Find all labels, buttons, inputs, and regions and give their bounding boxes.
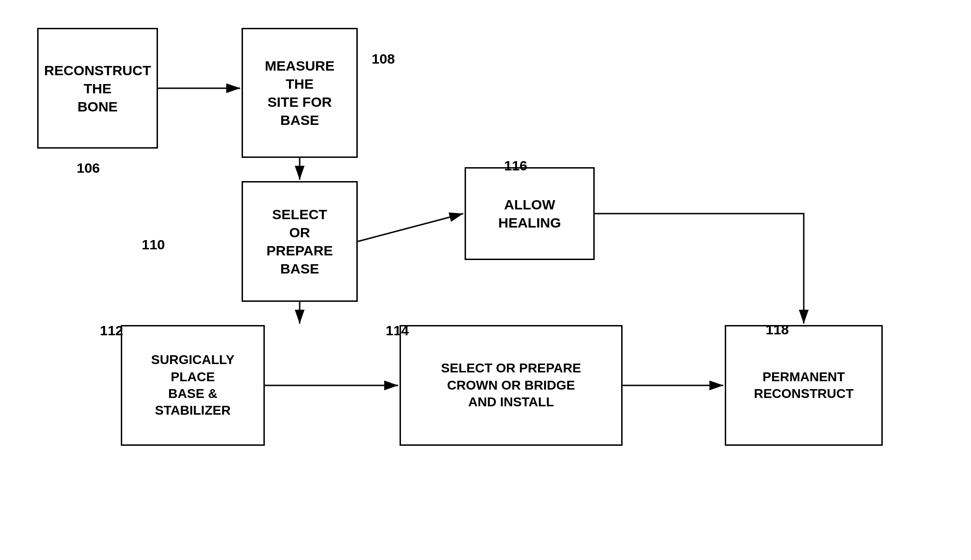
box-measure-label: MEASURE THE SITE FOR BASE	[265, 57, 335, 129]
box-permanent: PERMANENT RECONSTRUCT	[725, 325, 883, 446]
box-crown: SELECT OR PREPARE CROWN OR BRIDGE AND IN…	[400, 325, 623, 446]
box-select-prepare: SELECT OR PREPARE BASE	[242, 181, 358, 302]
box-select-prepare-label: SELECT OR PREPARE BASE	[267, 205, 333, 278]
label-110: 110	[142, 237, 165, 253]
label-116: 116	[504, 158, 527, 174]
box-measure: MEASURE THE SITE FOR BASE	[242, 28, 358, 158]
box-reconstruct: RECONSTRUCT THE BONE	[37, 28, 158, 149]
box-surgically-label: SURGICALLY PLACE BASE & STABILIZER	[151, 352, 234, 419]
label-112: 112	[100, 323, 123, 339]
label-118: 118	[766, 322, 789, 338]
label-106: 106	[77, 160, 100, 176]
box-allow-healing-label: ALLOW HEALING	[499, 195, 561, 232]
flowchart-diagram: RECONSTRUCT THE BONE 106 MEASURE THE SIT…	[0, 0, 971, 560]
label-114: 114	[386, 323, 409, 339]
box-crown-label: SELECT OR PREPARE CROWN OR BRIDGE AND IN…	[441, 360, 581, 410]
label-108: 108	[372, 51, 395, 67]
box-surgically: SURGICALLY PLACE BASE & STABILIZER	[121, 325, 265, 446]
svg-line-4	[358, 214, 463, 241]
box-reconstruct-label: RECONSTRUCT THE BONE	[44, 61, 151, 116]
box-permanent-label: PERMANENT RECONSTRUCT	[754, 369, 854, 403]
box-allow-healing: ALLOW HEALING	[465, 167, 595, 260]
